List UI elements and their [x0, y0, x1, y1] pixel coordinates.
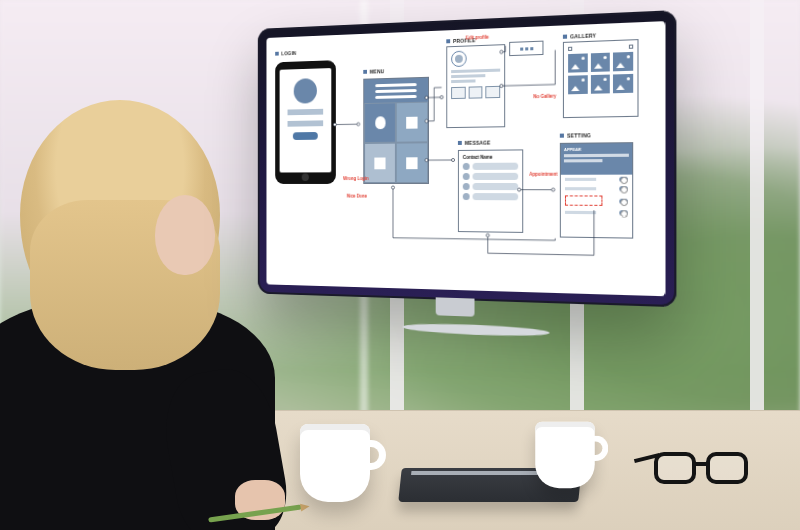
ux-flow-canvas: LOGIN MENU	[273, 30, 656, 288]
menu-label: MENU	[370, 68, 384, 74]
annot-nice-done: Nice Done	[347, 194, 367, 199]
phone-screen	[280, 68, 332, 172]
square-icon	[446, 39, 450, 43]
text-line	[565, 211, 596, 214]
toggle-icon	[619, 210, 628, 215]
frame-menu	[363, 77, 429, 184]
login-button	[293, 132, 318, 140]
view-toggle-icon	[568, 47, 572, 51]
stand-neck	[436, 297, 475, 316]
annot-edit-profile: Edit profile	[466, 35, 489, 41]
thumb-icon	[468, 86, 482, 98]
frame-label-message: MESSAGE	[458, 140, 491, 146]
thumb-icon	[486, 86, 501, 98]
annot-wrong-login: Wrong Login	[343, 176, 368, 181]
svg-point-8	[552, 188, 555, 191]
text-line	[564, 159, 603, 162]
dot-icon	[525, 47, 528, 50]
monitor-screen: LOGIN MENU	[266, 21, 665, 296]
menu-bar-icon	[375, 83, 416, 87]
message-row	[463, 193, 518, 200]
profile-avatar-icon	[451, 51, 467, 68]
svg-point-6	[452, 158, 455, 161]
hamburger-icon	[629, 45, 633, 49]
coffee-mug	[300, 424, 370, 502]
gallery-tile	[568, 53, 587, 72]
toggle-icon	[619, 186, 628, 191]
square-icon	[563, 35, 567, 39]
chat-icon	[374, 157, 385, 169]
avatar-icon	[294, 78, 317, 104]
message-row	[463, 163, 518, 170]
square-icon	[458, 141, 462, 145]
gallery-label: GALLERY	[570, 32, 596, 39]
password-field	[288, 120, 324, 126]
dot-icon	[530, 47, 533, 50]
frame-label-gallery: GALLERY	[563, 32, 596, 40]
setting-row	[561, 208, 632, 218]
svg-point-11	[392, 186, 395, 189]
monitor-bezel: LOGIN MENU	[258, 10, 677, 307]
frame-label-menu: MENU	[363, 68, 384, 75]
glasses-lens	[654, 452, 696, 484]
coffee-mug	[535, 422, 595, 488]
square-icon	[560, 134, 564, 138]
annot-no-gallery: No Gallery	[533, 94, 556, 100]
text-line	[451, 69, 500, 74]
gallery-tile	[613, 74, 633, 93]
frame-label-setting: SETTING	[560, 132, 591, 139]
toggle-icon	[619, 177, 628, 182]
setting-label: SETTING	[567, 132, 591, 139]
setting-section-label: APPEAR	[564, 146, 629, 152]
svg-point-1	[357, 123, 360, 126]
frame-profile	[446, 44, 505, 128]
highlight-box	[565, 195, 602, 206]
glasses-lens	[706, 452, 748, 484]
login-label: LOGIN	[281, 50, 296, 56]
frame-profile-action	[509, 41, 543, 57]
imac-monitor: LOGIN MENU	[240, 20, 670, 345]
avatar-icon	[463, 163, 470, 170]
square-icon	[363, 70, 367, 74]
profile-thumbnails	[451, 86, 500, 99]
gallery-tiles	[568, 52, 633, 94]
gallery-tile	[613, 52, 633, 71]
image-icon	[406, 116, 417, 128]
square-icon	[275, 52, 279, 56]
text-line	[451, 79, 475, 83]
menu-bar-icon	[375, 94, 416, 98]
frame-setting: APPEAR	[560, 142, 633, 239]
person-designer	[0, 60, 280, 530]
avatar-icon	[463, 173, 470, 180]
message-label: MESSAGE	[465, 140, 491, 146]
chat-bubble	[473, 183, 519, 190]
monitor-stand	[402, 296, 509, 342]
gallery-toolbar	[568, 45, 633, 51]
phone-mock-login	[275, 60, 336, 184]
chat-bubble	[473, 193, 519, 200]
setting-row	[561, 175, 632, 184]
setting-header: APPEAR	[561, 143, 632, 175]
setting-row-highlight	[561, 193, 632, 208]
gear-icon	[406, 157, 417, 169]
dot-icon	[520, 47, 523, 50]
menu-bar-icon	[375, 89, 416, 93]
menu-grid	[364, 102, 428, 183]
avatar-icon	[463, 183, 470, 190]
user-icon	[375, 116, 385, 129]
message-row	[463, 183, 518, 190]
frame-message: Contact Name	[458, 149, 523, 233]
message-row	[463, 173, 518, 180]
avatar-icon	[463, 193, 470, 200]
frame-gallery	[563, 39, 639, 118]
svg-point-12	[486, 234, 489, 237]
setting-row	[561, 184, 632, 193]
person-face	[155, 195, 215, 275]
gallery-tile	[591, 75, 611, 94]
text-line	[565, 178, 596, 181]
message-header: Contact Name	[463, 155, 518, 160]
hamburger-header	[364, 78, 428, 103]
toggle-icon	[619, 198, 628, 203]
annot-appointment: Appointment	[529, 172, 557, 177]
text-line	[451, 74, 485, 78]
